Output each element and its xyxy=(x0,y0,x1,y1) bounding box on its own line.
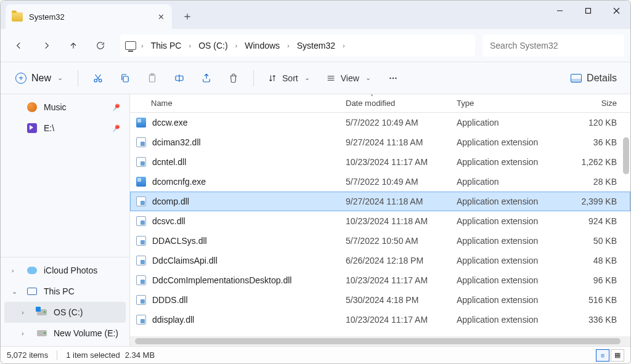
explorer-window: System32 ✕ ＋ › This PC › OS (C:) › Windo… xyxy=(0,0,631,364)
share-button[interactable] xyxy=(194,67,219,89)
plus-circle-icon: + xyxy=(15,73,26,84)
pin-icon[interactable]: 📍 xyxy=(109,121,123,135)
col-size-label: Size xyxy=(601,99,617,108)
file-icon xyxy=(136,157,146,167)
chevron-down-icon[interactable]: ⌄ xyxy=(12,288,17,296)
crumb-windows[interactable]: Windows xyxy=(240,38,285,53)
rename-button[interactable] xyxy=(167,67,192,89)
file-row[interactable]: dcomcnfg.exe5/7/2022 10:49 AMApplication… xyxy=(130,172,630,192)
chevron-right-icon[interactable]: › xyxy=(22,309,24,316)
file-date: 5/30/2024 4:18 PM xyxy=(340,295,450,305)
horizontal-scrollbar[interactable] xyxy=(130,336,630,346)
crumb-system32[interactable]: System32 xyxy=(292,38,340,53)
vertical-scrollbar[interactable] xyxy=(623,137,629,174)
sidebar-item-label: New Volume (E:) xyxy=(54,328,118,338)
file-row[interactable]: DDACLSys.dll5/7/2022 10:50 AMApplication… xyxy=(130,231,630,251)
paste-button[interactable] xyxy=(140,67,165,89)
close-button[interactable] xyxy=(602,1,630,20)
col-name[interactable]: Name xyxy=(130,99,340,108)
nav-sidebar: Music 📍 E:\ 📍 › iCloud Photos ⌄ xyxy=(1,94,130,346)
search-box[interactable] xyxy=(482,34,624,57)
up-button[interactable] xyxy=(61,34,86,57)
file-icon xyxy=(136,236,146,246)
col-date[interactable]: Date modified xyxy=(340,99,450,108)
file-icon xyxy=(136,275,146,285)
file-type: Application extension xyxy=(450,216,549,226)
new-button[interactable]: + New ⌄ xyxy=(9,68,70,89)
file-row[interactable]: DDDS.dll5/30/2024 4:18 PMApplication ext… xyxy=(130,290,630,310)
file-row[interactable]: dcsvc.dll10/23/2024 11:18 AMApplication … xyxy=(130,211,630,231)
file-type: Application extension xyxy=(450,295,549,305)
separator xyxy=(57,350,57,360)
file-date: 5/7/2022 10:49 AM xyxy=(340,177,450,187)
minimize-button[interactable] xyxy=(545,1,574,20)
search-input[interactable] xyxy=(490,41,617,51)
drive-icon xyxy=(37,330,47,336)
file-list[interactable]: dccw.exe5/7/2022 10:49 AMApplication120 … xyxy=(130,113,630,336)
file-date: 6/26/2024 12:18 PM xyxy=(340,256,450,265)
chevron-right-icon[interactable]: › xyxy=(140,42,145,49)
file-size: 924 KB xyxy=(549,216,630,226)
chevron-right-icon[interactable]: › xyxy=(187,42,192,49)
cut-button[interactable] xyxy=(86,67,110,89)
breadcrumb-bar[interactable]: › This PC › OS (C:) › Windows › System32… xyxy=(120,34,475,57)
file-date: 10/23/2024 11:17 AM xyxy=(340,157,450,167)
sidebar-item-os-c[interactable]: › OS (C:) xyxy=(4,302,126,323)
file-row[interactable]: dcntel.dll10/23/2024 11:17 AMApplication… xyxy=(130,152,630,172)
file-row[interactable]: DdcClaimsApi.dll6/26/2024 12:18 PMApplic… xyxy=(130,251,630,270)
file-size: 1,262 KB xyxy=(549,157,630,167)
body: Music 📍 E:\ 📍 › iCloud Photos ⌄ xyxy=(1,94,630,346)
toolbar: + New ⌄ Sort ⌄ View ⌄ Details xyxy=(1,62,630,94)
pc-icon xyxy=(27,288,37,295)
chevron-right-icon[interactable]: › xyxy=(286,42,291,49)
file-size: 96 KB xyxy=(549,275,630,285)
sidebar-item-this-pc[interactable]: ⌄ This PC xyxy=(4,281,126,302)
file-row[interactable]: dcomp.dll9/27/2024 11:18 AMApplication e… xyxy=(130,192,630,211)
delete-button[interactable] xyxy=(221,67,246,89)
chevron-right-icon[interactable]: › xyxy=(341,42,346,49)
browser-tab[interactable]: System32 ✕ xyxy=(6,4,172,29)
details-pane-button[interactable]: Details xyxy=(566,73,622,84)
sidebar-item-new-volume[interactable]: › New Volume (E:) xyxy=(4,323,126,344)
sidebar-item-music[interactable]: Music 📍 xyxy=(4,97,126,118)
sort-button[interactable]: Sort ⌄ xyxy=(261,68,317,89)
file-type: Application xyxy=(450,177,549,187)
col-type[interactable]: Type xyxy=(450,99,549,108)
tab-close-button[interactable]: ✕ xyxy=(156,12,166,22)
svg-rect-1 xyxy=(585,8,590,13)
status-bar: 5,072 items 1 item selected 2.34 MB ≡ ▦ xyxy=(1,346,630,363)
view-button[interactable]: View ⌄ xyxy=(320,68,378,89)
sidebar-item-e-drive[interactable]: E:\ 📍 xyxy=(4,118,126,139)
crumb-os-c[interactable]: OS (C:) xyxy=(193,38,232,53)
file-icon xyxy=(136,295,146,305)
scrollbar-thumb[interactable] xyxy=(135,338,621,344)
file-type: Application xyxy=(450,118,549,127)
refresh-button[interactable] xyxy=(88,34,113,57)
file-type: Application extension xyxy=(450,236,549,246)
details-view-button[interactable]: ≡ xyxy=(596,349,609,362)
window-controls xyxy=(545,1,630,20)
nav-row: › This PC › OS (C:) › Windows › System32… xyxy=(1,29,630,62)
maximize-button[interactable] xyxy=(574,1,602,20)
chevron-right-icon[interactable]: › xyxy=(12,267,14,274)
forward-button[interactable] xyxy=(34,34,59,57)
copy-button[interactable] xyxy=(113,67,137,89)
col-size[interactable]: Size xyxy=(549,99,630,108)
titlebar: System32 ✕ ＋ xyxy=(1,1,630,29)
sidebar-item-icloud[interactable]: › iCloud Photos xyxy=(4,260,126,281)
chevron-right-icon[interactable]: › xyxy=(22,330,24,337)
back-button[interactable] xyxy=(7,34,31,57)
pin-icon[interactable]: 📍 xyxy=(109,100,123,114)
file-row[interactable]: dciman32.dll9/27/2024 11:18 AMApplicatio… xyxy=(130,132,630,152)
more-button[interactable] xyxy=(381,67,405,89)
file-row[interactable]: dccw.exe5/7/2022 10:49 AMApplication120 … xyxy=(130,113,630,132)
chevron-down-icon: ⌄ xyxy=(56,74,64,82)
file-size: 48 KB xyxy=(549,256,630,265)
crumb-this-pc[interactable]: This PC xyxy=(146,38,187,53)
new-tab-button[interactable]: ＋ xyxy=(177,6,198,26)
chevron-right-icon[interactable]: › xyxy=(234,42,239,49)
file-row[interactable]: ddisplay.dll10/23/2024 11:17 AMApplicati… xyxy=(130,310,630,330)
file-row[interactable]: DdcComImplementationsDesktop.dll10/23/20… xyxy=(130,270,630,290)
file-icon xyxy=(136,177,146,187)
thumbnails-view-button[interactable]: ▦ xyxy=(611,349,624,362)
